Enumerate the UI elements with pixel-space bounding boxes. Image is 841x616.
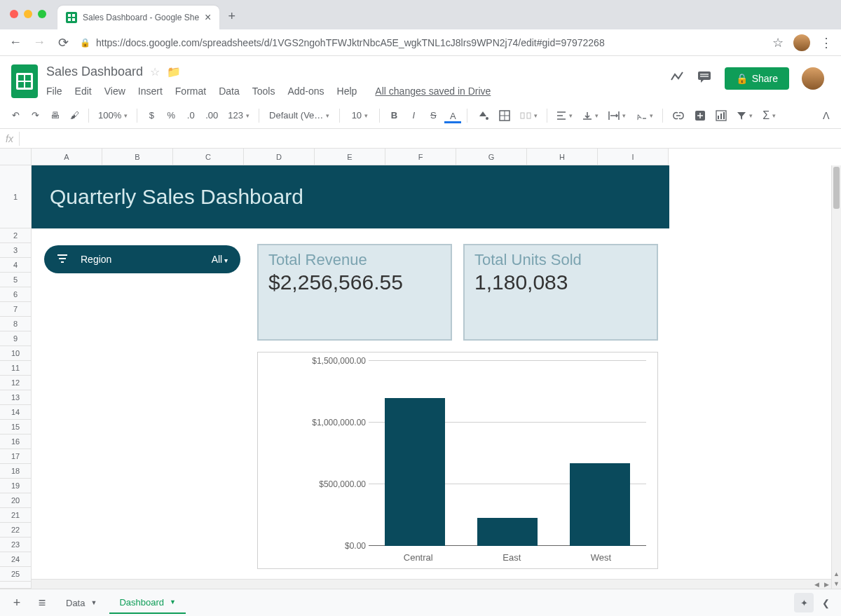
row-header[interactable]: 15 (0, 420, 31, 434)
col-header[interactable]: E (315, 149, 385, 165)
insert-chart-button[interactable] (712, 107, 730, 124)
borders-button[interactable] (495, 107, 514, 124)
side-panel-toggle[interactable]: ❮ (822, 598, 830, 608)
region-filter[interactable]: Region All (44, 245, 240, 273)
account-avatar[interactable] (802, 67, 824, 90)
row-header[interactable]: 11 (0, 361, 31, 376)
insert-link-button[interactable] (669, 109, 688, 123)
col-header[interactable]: I (598, 149, 669, 165)
col-header[interactable]: H (527, 149, 598, 165)
row-header[interactable]: 1 (0, 165, 31, 228)
more-formats-button[interactable]: 123 (224, 107, 253, 123)
scroll-up-icon[interactable]: ▲ (832, 569, 841, 579)
filter-button[interactable] (733, 108, 756, 123)
col-header[interactable]: C (173, 149, 244, 165)
menu-insert[interactable]: Insert (138, 85, 163, 97)
chevron-down-icon[interactable]: ▼ (170, 598, 176, 605)
browser-tab[interactable]: Sales Dashboard - Google She × (57, 6, 219, 29)
format-currency-button[interactable]: $ (143, 107, 160, 123)
col-header[interactable]: A (32, 149, 102, 165)
menu-file[interactable]: File (46, 85, 62, 97)
col-header[interactable]: G (456, 149, 527, 165)
merge-cells-button[interactable] (517, 107, 541, 124)
row-header[interactable]: 24 (0, 552, 31, 567)
document-title[interactable]: Sales Dashboard (46, 64, 143, 79)
row-header[interactable]: 19 (0, 479, 31, 493)
spreadsheet-grid[interactable]: 1234567891011121314151617181920212223242… (0, 165, 841, 589)
menu-data[interactable]: Data (219, 85, 240, 97)
col-header[interactable]: F (385, 149, 456, 165)
row-header[interactable]: 14 (0, 405, 31, 420)
zoom-select[interactable]: 100% (95, 107, 131, 123)
font-select[interactable]: Default (Ve… (265, 107, 334, 124)
scrollbar-thumb[interactable] (833, 167, 840, 209)
row-header[interactable]: 17 (0, 449, 31, 464)
bookmark-star-icon[interactable]: ☆ (772, 35, 784, 50)
toolbar-collapse-button[interactable]: ᐱ (823, 110, 834, 121)
row-header[interactable]: 18 (0, 464, 31, 479)
reload-button[interactable]: ⟳ (56, 35, 70, 50)
sheet-tab-data[interactable]: Data ▼ (56, 591, 107, 614)
col-header[interactable]: D (244, 149, 315, 165)
save-status[interactable]: All changes saved in Drive (375, 85, 491, 97)
browser-menu-button[interactable]: ⋮ (820, 35, 833, 50)
row-header[interactable] (0, 582, 31, 589)
insert-comment-button[interactable] (691, 107, 709, 124)
row-header[interactable]: 25 (0, 567, 31, 582)
forward-button[interactable]: → (32, 35, 46, 50)
increase-decimal-button[interactable]: .00 (202, 107, 221, 123)
undo-button[interactable]: ↶ (7, 107, 24, 123)
sheet-canvas[interactable]: Quarterly Sales Dashboard Region All Tot… (32, 165, 841, 589)
menu-tools[interactable]: Tools (252, 85, 275, 97)
vertical-align-button[interactable] (579, 108, 602, 123)
maximize-window-button[interactable] (38, 10, 46, 18)
row-header[interactable]: 3 (0, 243, 31, 258)
horizontal-scrollbar[interactable]: ◀ ▶ (32, 579, 831, 589)
row-header[interactable]: 4 (0, 258, 31, 273)
scroll-left-icon[interactable]: ◀ (812, 580, 821, 589)
text-rotation-button[interactable]: A (632, 108, 657, 123)
row-header[interactable]: 7 (0, 302, 31, 317)
vertical-scrollbar[interactable]: ▲ ▼ (831, 165, 841, 589)
revenue-bar-chart[interactable]: $0.00$500,000.00$1,000,000.00$1,500,000.… (257, 352, 658, 569)
text-wrap-button[interactable] (605, 108, 629, 123)
row-header[interactable]: 10 (0, 346, 31, 361)
sheets-logo[interactable] (11, 64, 38, 98)
close-tab-button[interactable]: × (205, 11, 211, 24)
row-header[interactable]: 8 (0, 317, 31, 331)
sheet-tab-dashboard[interactable]: Dashboard ▼ (109, 591, 186, 614)
close-window-button[interactable] (10, 10, 18, 18)
menu-help[interactable]: Help (337, 85, 357, 97)
star-document-icon[interactable]: ☆ (150, 65, 160, 78)
chevron-down-icon[interactable]: ▼ (90, 599, 97, 606)
row-header[interactable]: 23 (0, 538, 31, 552)
decrease-decimal-button[interactable]: .0 (182, 107, 199, 123)
row-header[interactable]: 13 (0, 390, 31, 405)
font-size-select[interactable]: 10 (346, 107, 374, 123)
row-header[interactable]: 20 (0, 493, 31, 508)
address-bar[interactable]: 🔒 https://docs.google.com/spreadsheets/d… (80, 37, 763, 48)
horizontal-align-button[interactable] (553, 108, 576, 123)
profile-avatar[interactable] (793, 34, 810, 51)
functions-button[interactable]: Σ (759, 107, 779, 125)
scroll-right-icon[interactable]: ▶ (821, 580, 831, 589)
explore-button[interactable]: ✦ (794, 593, 814, 612)
col-header[interactable]: B (102, 149, 173, 165)
back-button[interactable]: ← (8, 35, 22, 50)
new-tab-button[interactable]: + (228, 9, 235, 24)
select-all-corner[interactable] (0, 149, 32, 165)
share-button[interactable]: 🔒 Share (725, 67, 789, 90)
row-header[interactable]: 12 (0, 376, 31, 390)
activity-icon[interactable] (670, 70, 684, 88)
row-header[interactable]: 16 (0, 434, 31, 449)
scroll-down-icon[interactable]: ▼ (832, 579, 841, 589)
menu-edit[interactable]: Edit (75, 85, 92, 97)
row-header[interactable]: 6 (0, 287, 31, 302)
fill-color-button[interactable] (473, 107, 493, 125)
all-sheets-button[interactable]: ≡ (31, 591, 53, 614)
italic-button[interactable]: I (405, 107, 422, 123)
row-header[interactable]: 2 (0, 228, 31, 243)
strikethrough-button[interactable]: S (425, 107, 442, 123)
formula-input[interactable] (19, 132, 835, 146)
menu-format[interactable]: Format (175, 85, 206, 97)
